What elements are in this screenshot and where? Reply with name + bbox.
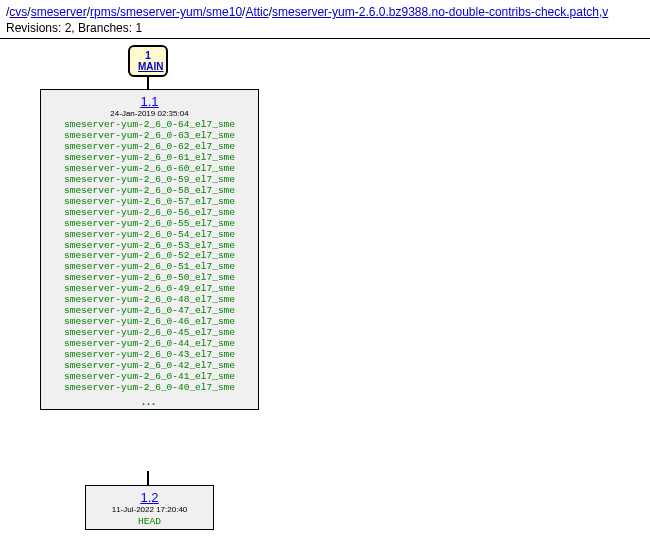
revision-box-1-2[interactable]: 1.2 11-Jul-2022 17:20:40 HEAD <box>85 485 214 530</box>
revision-tag: smeserver-yum-2_6_0-40_el7_sme <box>47 383 252 394</box>
breadcrumb-link-path[interactable]: rpms/smeserver-yum/sme10 <box>90 5 242 19</box>
breadcrumb-link-cvs[interactable]: cvs <box>9 5 27 19</box>
branch-number: 1 <box>145 50 151 61</box>
branch-name-link[interactable]: MAIN <box>138 61 164 72</box>
revision-number-link[interactable]: 1.2 <box>140 490 158 505</box>
branch-box-main[interactable]: 1 MAIN <box>128 45 168 77</box>
connector-line <box>147 77 149 89</box>
revision-tag: smeserver-yum-2_6_0-55_el7_sme <box>47 219 252 230</box>
connector-line <box>147 471 149 485</box>
revision-date: 24-Jan-2019 02:35:04 <box>47 109 252 118</box>
graph-canvas: 1 MAIN 1.1 24-Jan-2019 02:35:04 smeserve… <box>0 38 650 543</box>
breadcrumb-link-file[interactable]: smeserver-yum-2.6.0.bz9388.no-double-con… <box>272 5 608 19</box>
revisions-summary: Revisions: 2, Branches: 1 <box>6 21 142 35</box>
tags-ellipsis: ... <box>47 395 252 407</box>
revision-box-1-1[interactable]: 1.1 24-Jan-2019 02:35:04 smeserver-yum-2… <box>40 89 259 410</box>
revision-tag: smeserver-yum-2_6_0-42_el7_sme <box>47 361 252 372</box>
revision-tag: smeserver-yum-2_6_0-41_el7_sme <box>47 372 252 383</box>
revision-number-link[interactable]: 1.1 <box>140 94 158 109</box>
breadcrumb-header: /cvs/smeserver/rpms/smeserver-yum/sme10/… <box>0 0 650 38</box>
revision-tags-list: smeserver-yum-2_6_0-64_el7_smesmeserver-… <box>47 120 252 393</box>
head-label: HEAD <box>92 516 207 527</box>
revision-date: 11-Jul-2022 17:20:40 <box>92 505 207 514</box>
breadcrumb-link-smeserver[interactable]: smeserver <box>31 5 87 19</box>
revision-tag: smeserver-yum-2_6_0-54_el7_sme <box>47 230 252 241</box>
breadcrumb-link-attic[interactable]: Attic <box>245 5 268 19</box>
